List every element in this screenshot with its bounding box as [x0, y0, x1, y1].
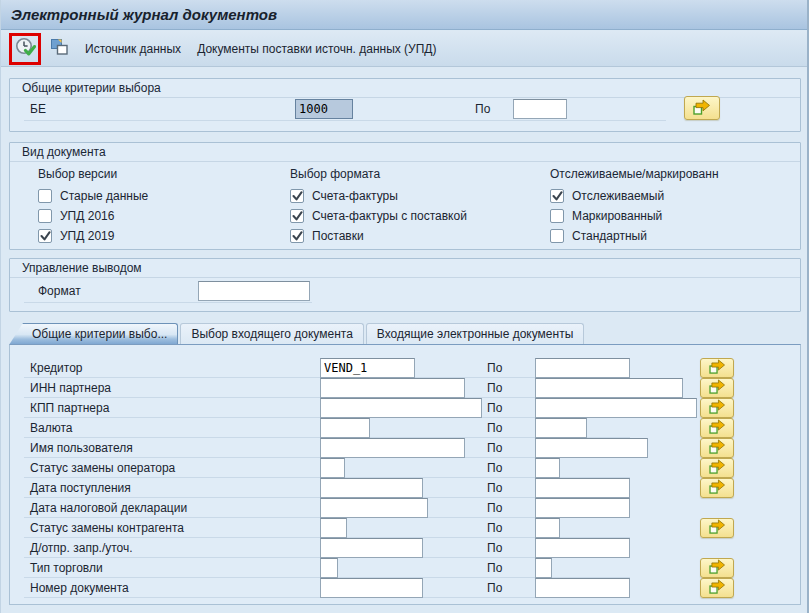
checkbox-row[interactable]: Маркированный — [550, 207, 662, 225]
row-underline — [24, 302, 312, 303]
checkbox-row[interactable]: Стандартный — [550, 227, 647, 245]
from-input[interactable] — [320, 498, 428, 518]
multiple-selection-button[interactable] — [700, 518, 734, 538]
from-input[interactable] — [320, 398, 482, 418]
from-input[interactable] — [320, 578, 423, 598]
checkbox-row[interactable]: Счета-фактуры — [290, 187, 398, 205]
field-label: Номер документа — [30, 578, 129, 598]
from-input[interactable] — [320, 458, 345, 478]
delivery-documents-button[interactable]: Документы поставки источн. данных (УПД) — [189, 38, 444, 60]
to-label: По — [487, 438, 502, 458]
execute-button[interactable] — [14, 38, 36, 60]
checkbox[interactable] — [38, 229, 52, 243]
field-label: ИНН партнера — [30, 378, 111, 398]
form-row: Валюта По — [10, 418, 800, 438]
form-row: КПП партнера По — [10, 398, 800, 418]
tab-2[interactable]: Выбор входящего документа — [180, 323, 363, 345]
to-input[interactable] — [535, 518, 560, 538]
section-output-control: Управление выводом Формат — [9, 258, 801, 312]
from-input[interactable] — [320, 478, 423, 498]
source-data-button[interactable]: Источник данных — [77, 38, 189, 60]
checkbox-row[interactable]: УПД 2019 — [38, 227, 114, 245]
from-input[interactable] — [320, 378, 465, 398]
field-label: Имя пользователя — [30, 438, 133, 458]
form-row: Статус замены контрагента По — [10, 518, 800, 538]
data-source-structure-button[interactable] — [47, 37, 71, 61]
checkbox[interactable] — [290, 229, 304, 243]
to-input[interactable] — [535, 558, 552, 578]
checkbox-label: УПД 2016 — [60, 209, 114, 223]
to-input[interactable] — [535, 438, 648, 458]
to-input[interactable] — [535, 498, 630, 518]
format-label: Формат — [38, 281, 81, 301]
execute-clock-check-icon — [15, 37, 36, 61]
from-input[interactable] — [320, 418, 370, 438]
to-label: По — [487, 398, 502, 418]
to-input[interactable] — [535, 358, 630, 378]
to-label: По — [487, 418, 502, 438]
multiple-selection-arrow-icon — [709, 579, 726, 597]
overlapping-windows-icon — [50, 38, 69, 59]
to-input[interactable] — [535, 398, 697, 418]
multiple-selection-button[interactable] — [700, 398, 734, 418]
from-input[interactable] — [320, 538, 423, 558]
from-input[interactable] — [320, 558, 338, 578]
to-input[interactable] — [535, 538, 630, 558]
checkbox-row[interactable]: Старые данные — [38, 187, 148, 205]
form-row: Дата поступления По — [10, 478, 800, 498]
tab-1[interactable]: Общие критерии выбо... — [9, 323, 178, 345]
window-title-bar: Электронный журнал документов — [1, 0, 809, 30]
checkbox[interactable] — [290, 209, 304, 223]
multiple-selection-button[interactable] — [700, 478, 734, 498]
company-code-from-input[interactable] — [295, 99, 353, 119]
checkbox[interactable] — [550, 229, 564, 243]
to-label: По — [487, 358, 502, 378]
multiple-selection-arrow-icon — [693, 99, 711, 118]
checkbox[interactable] — [38, 209, 52, 223]
checkbox[interactable] — [550, 209, 564, 223]
checkbox[interactable] — [290, 189, 304, 203]
checkbox[interactable] — [550, 189, 564, 203]
checkbox-label: Отслеживаемый — [572, 189, 664, 203]
section-title: Общие критерии выбора — [10, 79, 800, 98]
format-input[interactable] — [198, 281, 310, 301]
tab-3[interactable]: Входящие электронные документы — [366, 323, 584, 345]
checkbox-label: Маркированный — [572, 209, 662, 223]
to-label: По — [487, 578, 502, 598]
multiple-selection-arrow-icon — [709, 359, 726, 377]
to-input[interactable] — [535, 418, 587, 438]
checkbox-label: Поставки — [312, 229, 364, 243]
to-input[interactable] — [535, 458, 560, 478]
company-code-to-input[interactable] — [513, 99, 567, 119]
to-input[interactable] — [535, 578, 630, 598]
checkbox-row[interactable]: УПД 2016 — [38, 207, 114, 225]
multiple-selection-arrow-icon — [709, 439, 726, 457]
multiple-selection-button[interactable] — [700, 358, 734, 378]
section-title: Управление выводом — [10, 259, 800, 278]
checkbox-row[interactable]: Отслеживаемый — [550, 187, 664, 205]
from-input[interactable] — [320, 358, 415, 378]
form-row: Д/отпр. запр./уточ. По — [10, 538, 800, 558]
multiple-selection-button[interactable] — [684, 96, 720, 120]
from-input[interactable] — [320, 518, 347, 538]
checkbox-label: УПД 2019 — [60, 229, 114, 243]
page-title: Электронный журнал документов — [11, 6, 277, 23]
checkbox-row[interactable]: Счета-фактуры с поставкой — [290, 207, 467, 225]
multiple-selection-arrow-icon — [709, 459, 726, 477]
multiple-selection-button[interactable] — [700, 578, 734, 598]
multiple-selection-button[interactable] — [700, 418, 734, 438]
form-row: ИНН партнера По — [10, 378, 800, 398]
from-input[interactable] — [320, 438, 465, 458]
multiple-selection-button[interactable] — [700, 458, 734, 478]
section-document-type: Вид документа Выбор версии Старые данные… — [9, 142, 801, 250]
checkbox-group-title: Выбор формата — [290, 167, 380, 181]
checkbox-label: Стандартный — [572, 229, 647, 243]
checkbox[interactable] — [38, 189, 52, 203]
multiple-selection-button[interactable] — [700, 558, 734, 578]
to-input[interactable] — [535, 478, 630, 498]
checkbox-label: Старые данные — [60, 189, 148, 203]
to-input[interactable] — [535, 378, 683, 398]
multiple-selection-button[interactable] — [700, 378, 734, 398]
multiple-selection-button[interactable] — [700, 438, 734, 458]
checkbox-row[interactable]: Поставки — [290, 227, 364, 245]
